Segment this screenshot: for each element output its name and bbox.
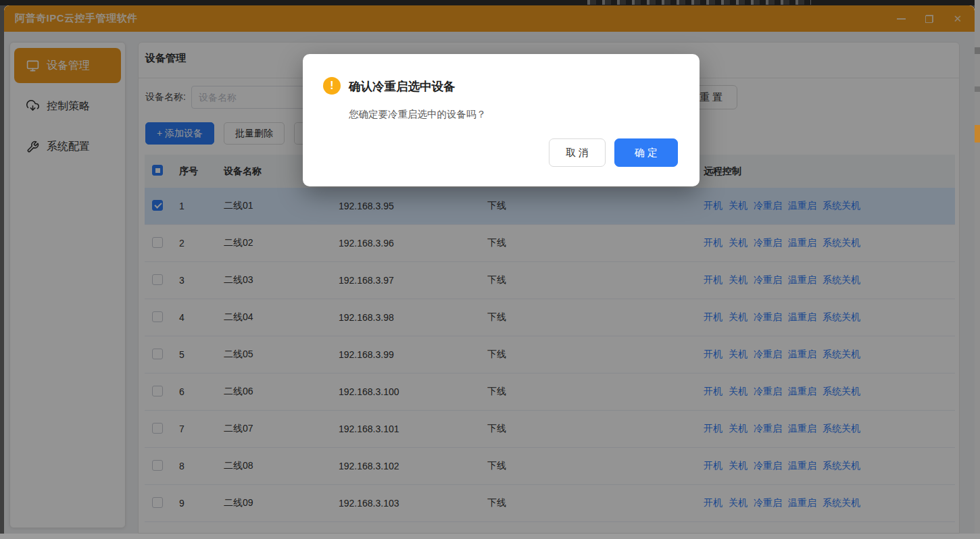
cancel-button[interactable]: 取 消 xyxy=(549,138,606,167)
edge-orange-mark xyxy=(975,125,980,143)
edge-tick xyxy=(975,47,980,54)
dialog-title: 确认冷重启选中设备 xyxy=(349,78,456,95)
edge-tick xyxy=(975,86,980,92)
background-window-edge-right xyxy=(975,0,980,539)
confirm-button[interactable]: 确 定 xyxy=(614,138,678,167)
app-window: 阿普奇IPC云控手管理软件 ✕ 设备管理 控制策略 系统配置 设备管理 xyxy=(4,5,975,534)
background-window-edge-top xyxy=(0,0,980,5)
desktop-edge-bottom xyxy=(0,534,980,539)
warning-icon: ! xyxy=(323,77,341,95)
confirm-dialog: ! 确认冷重启选中设备 您确定要冷重启选中的设备吗？ 取 消 确 定 xyxy=(303,54,700,186)
dialog-message: 您确定要冷重启选中的设备吗？ xyxy=(349,108,486,121)
background-window-fragment xyxy=(581,0,811,5)
dialog-buttons: 取 消 确 定 xyxy=(549,138,678,167)
